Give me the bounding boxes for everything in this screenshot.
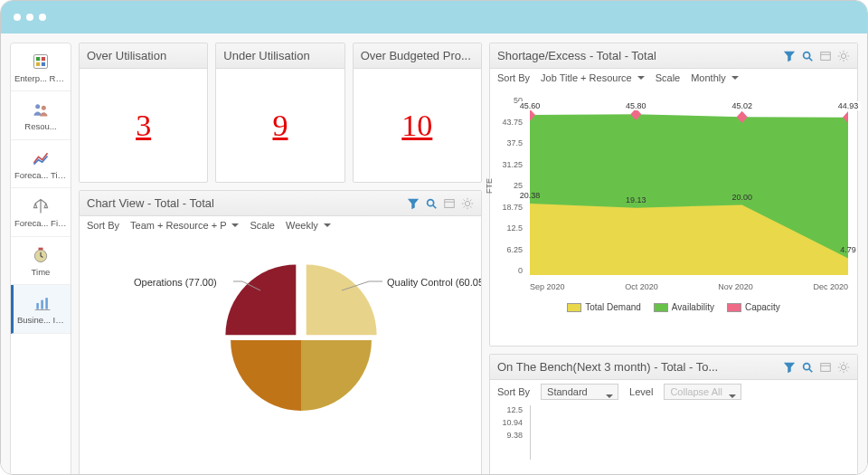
svg-rect-15 (445, 199, 455, 207)
y-tick: 25 (514, 181, 523, 190)
search-icon[interactable] (801, 361, 814, 374)
window-titlebar (1, 1, 867, 33)
kpi-body: 10 (354, 69, 481, 182)
panel-header: Under Utilisation (216, 43, 344, 69)
svg-rect-3 (36, 62, 40, 66)
svg-rect-9 (36, 303, 39, 309)
svg-rect-20 (821, 52, 831, 60)
kpi-value[interactable]: 9 (272, 109, 288, 143)
search-icon[interactable] (425, 197, 438, 210)
gear-icon[interactable] (461, 197, 474, 210)
level-label: Level (629, 386, 653, 397)
svg-rect-2 (42, 57, 45, 61)
window-icon[interactable] (443, 197, 456, 210)
sidebar-item-label: Foreca... Time (14, 171, 67, 180)
y-tick: 9.38 (506, 431, 523, 440)
panel-header: Shortage/Excess - Total - Total (490, 43, 857, 69)
data-label: 45.60 (518, 101, 542, 110)
filter-icon[interactable] (407, 197, 420, 210)
y-axis-ticks: 12.5 10.94 9.38 (495, 405, 526, 460)
sortby-select[interactable]: Team + Resource + P (130, 220, 239, 231)
svg-rect-32 (821, 363, 831, 371)
filter-icon[interactable] (783, 50, 796, 62)
filter-icon[interactable] (783, 361, 796, 374)
sidebar-item-label: Busine... Intellig... (17, 316, 67, 325)
y-tick: 0 (518, 266, 523, 275)
svg-rect-0 (34, 55, 48, 69)
svg-rect-1 (36, 57, 40, 61)
svg-line-14 (433, 204, 437, 208)
data-label: 45.80 (624, 101, 648, 110)
legend-item: Capacity (727, 302, 780, 312)
gear-icon[interactable] (837, 50, 850, 62)
sidebar-item-bi[interactable]: Busine... Intellig... (11, 285, 71, 333)
left-column: Over Utilisation 3 Under Utilisation (79, 43, 482, 475)
x-tick: Dec 2020 (813, 282, 848, 291)
data-label: 45.02 (731, 101, 755, 110)
svg-point-18 (804, 52, 810, 58)
sortby-value: Job Title + Resource (541, 72, 632, 83)
sortby-label: Sort By (497, 386, 530, 397)
x-tick: Nov 2020 (718, 282, 753, 291)
svg-point-6 (42, 106, 46, 110)
level-select[interactable]: Collapse All (664, 384, 741, 400)
window-dot[interactable] (26, 14, 33, 21)
sidebar-item-resources[interactable]: Resou... (11, 91, 71, 139)
content-area: Enterp... Resou... Planning Resou... For… (1, 33, 867, 475)
on-the-bench-panel: On The Bench(Next 3 month) - Total - To.… (489, 354, 858, 475)
x-tick: Oct 2020 (625, 282, 658, 291)
level-value: Collapse All (670, 386, 722, 397)
svg-point-17 (465, 201, 469, 205)
sidebar-item-label: Enterp... Resou... Planning (14, 74, 67, 83)
line-chart-icon (32, 149, 50, 167)
svg-rect-11 (45, 298, 48, 309)
gear-icon[interactable] (837, 361, 850, 374)
main-row: Over Utilisation 3 Under Utilisation (79, 43, 858, 475)
y-tick: 10.94 (502, 418, 523, 427)
sortby-select[interactable]: Job Title + Resource (541, 72, 645, 83)
svg-point-22 (841, 53, 845, 58)
kpi-value[interactable]: 10 (401, 109, 432, 143)
kpi-value[interactable]: 3 (136, 109, 151, 143)
legend-item: Total Demand (567, 302, 641, 312)
kpi-body: 9 (216, 69, 344, 182)
legend-item: Availability (654, 302, 714, 312)
data-label: 20.38 (520, 191, 541, 200)
shortage-excess-panel: Shortage/Excess - Total - Total Sort By (489, 43, 858, 347)
chevron-down-icon (637, 76, 645, 83)
panel-title: Chart View - Total - Total (87, 196, 407, 210)
y-tick: 12.5 (506, 405, 523, 414)
sortby-label: Sort By (497, 72, 530, 83)
sidebar-item-forecast-finance[interactable]: Foreca... Financ... (11, 188, 71, 236)
scales-icon (32, 197, 50, 215)
panel-header: On The Bench(Next 3 month) - Total - To.… (490, 355, 857, 380)
chevron-down-icon (606, 394, 613, 402)
svg-point-13 (428, 199, 434, 205)
window-icon[interactable] (819, 50, 832, 62)
panel-header: Over Budgeted Pro... (354, 43, 481, 69)
scale-select[interactable]: Monthly (691, 72, 739, 83)
y-tick: 31.25 (502, 160, 523, 169)
panel-header: Chart View - Total - Total (80, 191, 481, 216)
scale-select[interactable]: Weekly (286, 220, 331, 231)
window-icon[interactable] (819, 361, 832, 374)
window-dot[interactable] (14, 14, 21, 21)
panel-header: Over Utilisation (80, 43, 207, 69)
sortby-select[interactable]: Standard (541, 384, 618, 400)
sidebar-item-erp[interactable]: Enterp... Resou... Planning (11, 43, 71, 91)
y-axis-ticks: 50 43.75 37.5 31.25 25 18.75 12.5 6.25 0 (492, 96, 523, 275)
kpi-body: 3 (80, 69, 207, 182)
area-chart: FTE 50 43.75 37.5 31.25 25 18.75 12.5 6.… (490, 89, 857, 299)
kpi-tile-over-budgeted: Over Budgeted Pro... 10 (353, 43, 482, 183)
sidebar-item-time[interactable]: Time (11, 237, 71, 285)
plot-area: 45.60 45.80 45.02 44.93 20.38 19.13 20.0… (530, 100, 848, 275)
y-tick: 6.25 (506, 245, 523, 254)
sortby-label: Sort By (87, 220, 119, 231)
svg-line-19 (809, 57, 813, 61)
chevron-down-icon (324, 223, 331, 231)
kpi-row: Over Utilisation 3 Under Utilisation (79, 43, 482, 183)
search-icon[interactable] (801, 50, 814, 62)
sidebar-item-forecast-time[interactable]: Foreca... Time (11, 140, 71, 188)
window-dot[interactable] (39, 14, 46, 21)
kpi-tile-over-utilisation: Over Utilisation 3 (79, 43, 208, 183)
